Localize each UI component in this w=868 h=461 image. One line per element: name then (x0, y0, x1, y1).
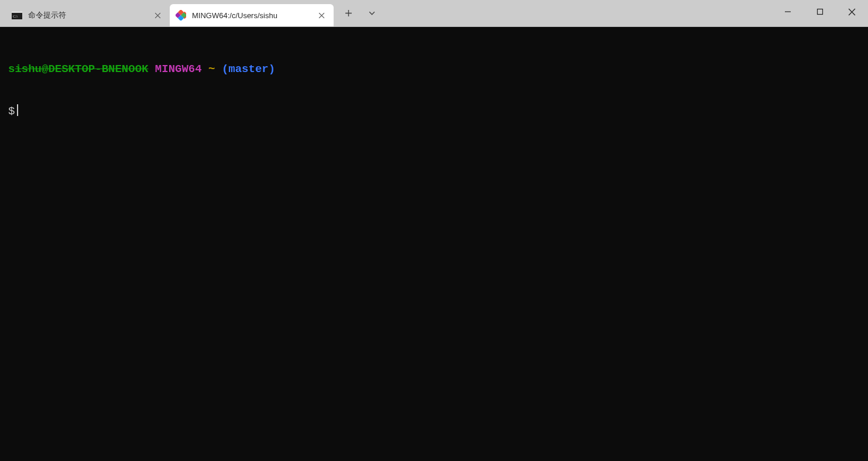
maximize-button[interactable] (804, 0, 836, 23)
svg-rect-1 (12, 11, 22, 13)
prompt-symbol: $ (8, 105, 15, 118)
tab-cmd[interactable]: C:\ 命令提示符 (6, 4, 170, 26)
git-bash-icon (176, 10, 186, 21)
svg-text:C:\: C:\ (13, 14, 18, 19)
svg-rect-9 (817, 9, 822, 15)
tab-close-cmd[interactable] (152, 10, 163, 21)
minimize-button[interactable] (771, 0, 804, 23)
new-tab-button[interactable] (338, 5, 358, 22)
tab-close-git-bash[interactable] (316, 10, 327, 21)
prompt-line-2: $ (8, 104, 860, 118)
tab-actions (334, 0, 382, 26)
prompt-user-prefix: s (8, 63, 15, 76)
tab-title: MINGW64:/c/Users/sishu (192, 11, 310, 20)
prompt-path: ~ (208, 63, 215, 76)
close-button[interactable] (836, 0, 868, 23)
window-controls (771, 0, 868, 23)
prompt-user-redacted: ishu@DESKTOP-BNENOOK (15, 63, 148, 76)
prompt-line-1: sishu@DESKTOP-BNENOOK MINGW64 ~ (master) (8, 62, 860, 76)
text-cursor (17, 104, 18, 116)
tab-dropdown-button[interactable] (362, 5, 382, 22)
prompt-system: MINGW64 (155, 63, 202, 76)
tab-git-bash[interactable]: MINGW64:/c/Users/sishu (170, 4, 334, 26)
titlebar: C:\ 命令提示符 (0, 0, 868, 27)
prompt-branch: (master) (222, 63, 275, 76)
terminal-viewport[interactable]: sishu@DESKTOP-BNENOOK MINGW64 ~ (master)… (0, 27, 868, 461)
tab-title: 命令提示符 (28, 10, 146, 21)
cmd-icon: C:\ (12, 10, 22, 21)
tab-strip: C:\ 命令提示符 (0, 0, 382, 26)
